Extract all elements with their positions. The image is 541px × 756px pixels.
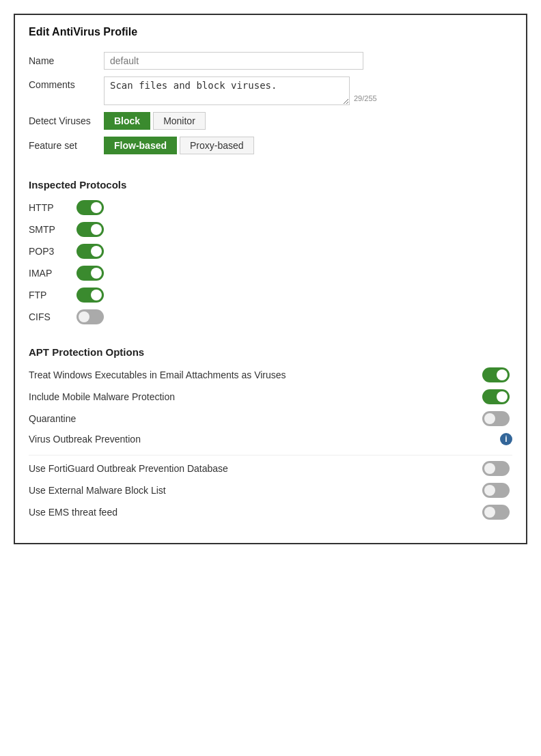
apt-row-external-malware: Use External Malware Block List <box>29 483 512 498</box>
virus-outbreak-info-icon[interactable]: i <box>500 433 512 445</box>
edit-antivirus-panel: Edit AntiVirus Profile Name Comments Sca… <box>14 14 527 544</box>
protocol-label-smtp: SMTP <box>29 224 77 235</box>
feature-set-flow-btn[interactable]: Flow-based <box>104 137 177 154</box>
protocol-row-cifs: CIFS <box>29 309 512 324</box>
protocol-label-http: HTTP <box>29 202 77 213</box>
protocol-toggle-cifs[interactable] <box>77 309 104 324</box>
apt-toggle-windows-exe[interactable] <box>482 367 510 382</box>
feature-set-proxy-btn[interactable]: Proxy-based <box>180 137 254 154</box>
comments-input[interactable]: Scan files and block viruses. <box>104 76 350 105</box>
apt-toggle-ems-feed[interactable] <box>482 505 510 520</box>
protocol-row-http: HTTP <box>29 200 512 215</box>
name-row: Name <box>29 52 512 70</box>
apt-toggle-mobile-malware[interactable] <box>482 389 510 404</box>
apt-toggle-quarantine[interactable] <box>482 411 510 426</box>
apt-label-ems-feed: Use EMS threat feed <box>29 507 482 518</box>
virus-outbreak-row: Virus Outbreak Prevention i <box>29 433 512 445</box>
protocol-toggle-imap[interactable] <box>77 266 104 281</box>
apt-toggle-external-malware[interactable] <box>482 483 510 498</box>
detect-viruses-block-btn[interactable]: Block <box>104 112 150 130</box>
apt-row-windows-exe: Treat Windows Executables in Email Attac… <box>29 367 512 382</box>
virus-outbreak-label: Virus Outbreak Prevention <box>29 434 496 445</box>
protocol-label-cifs: CIFS <box>29 311 77 322</box>
protocol-label-imap: IMAP <box>29 268 77 279</box>
protocol-row-pop3: POP3 <box>29 244 512 259</box>
apt-row-mobile-malware: Include Mobile Malware Protection <box>29 389 512 404</box>
protocol-label-ftp: FTP <box>29 290 77 300</box>
apt-label-mobile-malware: Include Mobile Malware Protection <box>29 391 482 402</box>
protocol-row-smtp: SMTP <box>29 222 512 237</box>
protocol-toggle-ftp[interactable] <box>77 288 104 303</box>
char-count: 29/255 <box>354 94 377 102</box>
comments-wrap: Scan files and block viruses. 29/255 <box>104 76 512 105</box>
comments-row: Comments Scan files and block viruses. 2… <box>29 76 512 105</box>
name-label: Name <box>29 55 104 66</box>
apt-row-fortiguard-db: Use FortiGuard Outbreak Prevention Datab… <box>29 461 512 476</box>
protocol-label-pop3: POP3 <box>29 246 77 257</box>
apt-label-external-malware: Use External Malware Block List <box>29 485 482 496</box>
detect-viruses-label: Detect Viruses <box>29 115 104 126</box>
protocol-row-ftp: FTP <box>29 288 512 303</box>
divider-outbreak <box>29 455 512 456</box>
apt-row-ems-feed: Use EMS threat feed <box>29 505 512 520</box>
feature-set-row: Feature set Flow-based Proxy-based <box>29 137 512 154</box>
inspected-protocols-heading: Inspected Protocols <box>29 179 512 191</box>
apt-row-quarantine: Quarantine <box>29 411 512 426</box>
detect-viruses-btn-group: Block Monitor <box>104 112 206 130</box>
apt-label-windows-exe: Treat Windows Executables in Email Attac… <box>29 369 482 380</box>
name-input[interactable] <box>104 52 363 70</box>
detect-viruses-monitor-btn[interactable]: Monitor <box>153 112 206 130</box>
protocol-toggle-smtp[interactable] <box>77 222 104 237</box>
protocol-toggle-http[interactable] <box>77 200 104 215</box>
protocol-row-imap: IMAP <box>29 266 512 281</box>
apt-label-fortiguard-db: Use FortiGuard Outbreak Prevention Datab… <box>29 463 482 474</box>
feature-set-label: Feature set <box>29 140 104 151</box>
panel-title: Edit AntiVirus Profile <box>29 26 512 38</box>
apt-label-quarantine: Quarantine <box>29 413 482 424</box>
comments-label: Comments <box>29 76 104 90</box>
detect-viruses-row: Detect Viruses Block Monitor <box>29 112 512 130</box>
feature-set-btn-group: Flow-based Proxy-based <box>104 137 254 154</box>
protocol-toggle-pop3[interactable] <box>77 244 104 259</box>
apt-heading: APT Protection Options <box>29 346 512 358</box>
apt-toggle-fortiguard-db[interactable] <box>482 461 510 476</box>
